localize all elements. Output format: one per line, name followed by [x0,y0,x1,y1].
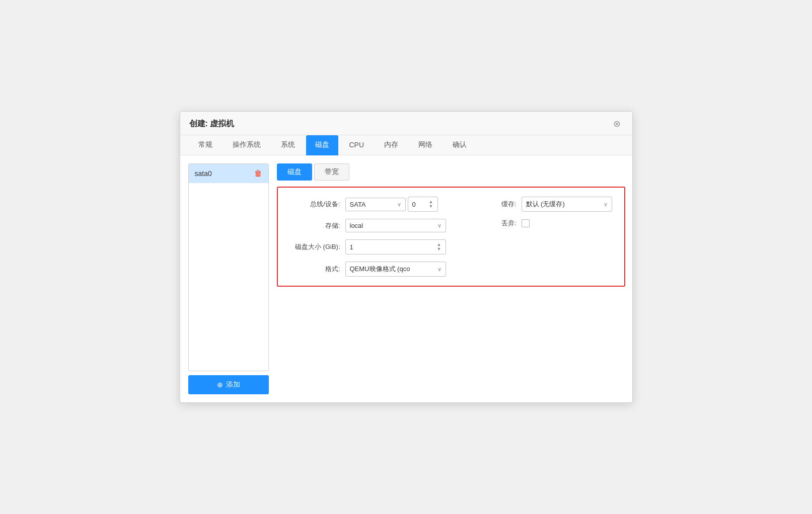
add-disk-button[interactable]: ⊕ 添加 [188,375,269,394]
close-button[interactable]: ⊗ [611,118,623,130]
storage-label: 存储: [290,221,340,230]
form-right-col: 缓存: 默认 (无缓存) ∨ 丢弃: [466,197,612,277]
disk-size-control: 1 ▲ ▼ [345,239,446,254]
device-value: 0 [412,201,416,208]
sidebar: sata0 🗑 ⊕ 添加 [188,163,269,394]
storage-chevron-icon: ∨ [437,222,441,229]
cache-row: 缓存: 默认 (无缓存) ∨ [466,197,612,212]
sidebar-item-label: sata0 [195,169,212,178]
format-label: 格式: [290,265,340,274]
tab-confirm[interactable]: 确认 [444,135,476,155]
sub-tab-bar: 磁盘 带宽 [277,163,625,181]
bus-device-label: 总线/设备: [290,200,340,209]
disk-form-panel: 总线/设备: SATA ∨ 0 ▲ ▼ [277,187,625,287]
disk-size-down-icon: ▼ [437,247,441,251]
discard-checkbox[interactable] [522,219,530,227]
device-spinner[interactable]: 0 ▲ ▼ [408,197,438,212]
bus-value: SATA [350,201,366,208]
add-label: 添加 [226,380,240,389]
tab-cpu[interactable]: CPU [340,136,374,155]
sub-tab-bandwidth[interactable]: 带宽 [314,163,349,181]
discard-control [522,219,612,227]
dialog-title-bar: 创建: 虚拟机 ⊗ [180,112,632,135]
cache-label: 缓存: [466,200,516,209]
sub-tab-disk[interactable]: 磁盘 [277,163,312,181]
format-row: 格式: QEMU映像格式 (qco ∨ [290,262,446,277]
storage-control: local ∨ [345,219,446,232]
bus-select[interactable]: SATA ∨ [345,198,406,211]
delete-icon[interactable]: 🗑 [254,169,262,178]
discard-label: 丢弃: [466,219,516,228]
disk-size-input[interactable]: 1 ▲ ▼ [345,239,446,254]
form-left-col: 总线/设备: SATA ∨ 0 ▲ ▼ [290,197,446,277]
tab-system[interactable]: 系统 [272,135,304,155]
dialog-body: sata0 🗑 ⊕ 添加 磁盘 带宽 总线/ [180,155,632,402]
cache-chevron-icon: ∨ [604,201,608,208]
format-control: QEMU映像格式 (qco ∨ [345,262,446,277]
discard-row: 丢弃: [466,219,612,228]
cache-select[interactable]: 默认 (无缓存) ∨ [522,197,612,212]
sidebar-item-sata0[interactable]: sata0 🗑 [189,164,268,183]
disk-size-row: 磁盘大小 (GiB): 1 ▲ ▼ [290,239,446,254]
spinner-down-icon: ▼ [429,204,433,209]
bus-device-row: 总线/设备: SATA ∨ 0 ▲ ▼ [290,197,446,212]
bus-device-control: SATA ∨ 0 ▲ ▼ [345,197,446,212]
disk-size-value: 1 [350,243,353,251]
dialog-title: 创建: 虚拟机 [189,119,235,129]
format-value: QEMU映像格式 (qco [350,265,410,274]
tab-bar: 常规 操作系统 系统 磁盘 CPU 内存 网络 确认 [180,135,632,155]
storage-select[interactable]: local ∨ [345,219,446,232]
tab-os[interactable]: 操作系统 [224,135,270,155]
format-chevron-icon: ∨ [437,266,441,273]
bus-chevron-icon: ∨ [397,201,401,208]
tab-memory[interactable]: 内存 [375,135,407,155]
storage-value: local [350,222,363,229]
main-panel: 磁盘 带宽 总线/设备: SATA ∨ [277,163,625,394]
format-select[interactable]: QEMU映像格式 (qco ∨ [345,262,446,277]
tab-network[interactable]: 网络 [409,135,441,155]
cache-control: 默认 (无缓存) ∨ [522,197,612,212]
tab-disk[interactable]: 磁盘 [306,135,338,155]
storage-row: 存储: local ∨ [290,219,446,232]
create-vm-dialog: 创建: 虚拟机 ⊗ 常规 操作系统 系统 磁盘 CPU 内存 网络 确认 sat… [180,111,633,403]
cache-value: 默认 (无缓存) [526,200,565,209]
disk-size-spinner-arrows: ▲ ▼ [437,242,441,251]
add-icon: ⊕ [217,381,223,389]
tab-general[interactable]: 常规 [189,135,222,155]
device-spinner-arrows: ▲ ▼ [429,200,433,209]
disk-size-label: 磁盘大小 (GiB): [290,242,340,251]
sidebar-list: sata0 🗑 [188,163,269,371]
